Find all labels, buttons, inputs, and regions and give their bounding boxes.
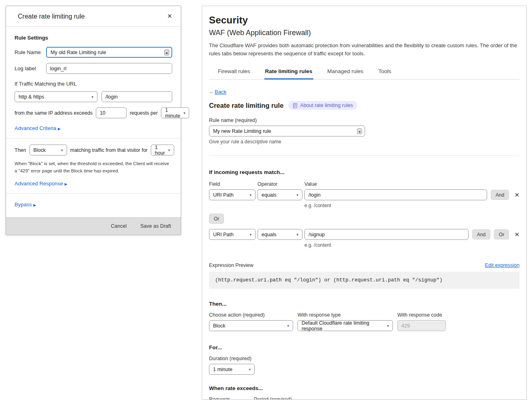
operator-select[interactable]: equals ▾ (258, 229, 302, 240)
expand-icon: ▶ (65, 182, 68, 186)
value-input-wrap (304, 189, 487, 200)
dialog-footer: Cancel Save as Draft (6, 217, 181, 235)
page-subtitle: WAF (Web Application Firewall) (209, 29, 519, 37)
exceeds-text: from the same IP address exceeds (15, 110, 93, 116)
chevron-down-icon: ▾ (249, 193, 251, 197)
block-note: When "Block" is set, when the threshold … (15, 160, 172, 175)
tab-managed-rules[interactable]: Managed rules (327, 66, 364, 79)
expression-code: (http.request.uri.path eq "/login") or (… (209, 272, 519, 289)
response-code-column: With response code (397, 312, 446, 331)
rule-name-input-wrap (209, 126, 365, 136)
about-rate-limiting-badge[interactable]: About rate limiting rules (288, 101, 357, 110)
then-text: Then (15, 147, 26, 153)
period-select[interactable]: 1 minute ▾ (161, 107, 189, 118)
divider (6, 193, 181, 194)
action-select[interactable]: Block ▾ (209, 320, 293, 331)
and-button[interactable]: And (491, 190, 509, 200)
duration-label: Duration (required) (209, 356, 519, 361)
value-input-wrap (304, 229, 469, 240)
period-label: Period (required) (254, 397, 298, 400)
matching-text: matching traffic from that visitor for (70, 147, 148, 153)
chevron-down-icon: ▾ (168, 148, 170, 152)
field-select[interactable]: URI Path ▾ (209, 189, 255, 200)
threshold-row: from the same IP address exceeds request… (15, 107, 172, 118)
and-button[interactable]: And (472, 229, 490, 239)
rule-name-label: Rule name (required) (209, 118, 519, 123)
operator-select[interactable]: equals ▾ (258, 189, 302, 200)
match-heading: If incoming requests match... (209, 169, 519, 175)
response-code-input (397, 320, 446, 331)
rule-name-input[interactable] (46, 47, 172, 58)
expand-icon: ▶ (58, 127, 61, 131)
duration-select[interactable]: 1 minute ▾ (209, 364, 255, 375)
chevron-down-icon: ▾ (387, 324, 389, 328)
or-row: Or (209, 214, 519, 224)
advanced-response-link[interactable]: Advanced Response ▶ (15, 180, 68, 187)
back-row: ←Back (209, 89, 519, 95)
document-icon (293, 103, 298, 108)
field-select[interactable]: URI Path ▾ (209, 229, 255, 240)
cancel-button[interactable]: Cancel (111, 223, 127, 229)
requests-per-text: requests per (130, 110, 158, 116)
or-button[interactable]: Or (209, 214, 224, 224)
remove-condition-icon[interactable]: ✕ (514, 231, 519, 237)
condition-row: URI Path ▾ equals ▾ And Or ✕ (209, 229, 519, 240)
create-heading-row: Create rate limiting rule About rate lim… (209, 101, 519, 110)
value-hint: e.g. /content (304, 203, 519, 208)
tab-firewall-rules[interactable]: Firewall rules (217, 66, 251, 79)
condition-row: URI Path ▾ equals ▾ And ✕ (209, 189, 519, 200)
waf-security-panel: Security WAF (Web Application Firewall) … (202, 6, 527, 400)
divider (6, 138, 181, 138)
edit-expression-link[interactable]: Edit expression (485, 262, 519, 268)
log-label-row: Log label (15, 63, 172, 74)
divider (209, 155, 519, 156)
for-section: For... Duration (required) 1 minute ▾ (209, 344, 519, 375)
page-description: The Cloudflare WAF provides both automat… (209, 42, 519, 57)
action-select[interactable]: Block ▾ (30, 145, 67, 155)
dialog-body: Rule Settings Rule Name Log label If Tra… (6, 27, 181, 214)
chevron-down-icon: ▾ (61, 148, 63, 152)
page-title: Security (209, 15, 519, 26)
rate-heading: When rate exceeds... (209, 385, 519, 391)
response-code-label: With response code (397, 312, 446, 318)
rule-name-row: Rule Name (15, 47, 172, 58)
tab-tools[interactable]: Tools (378, 66, 392, 79)
log-label-label: Log label (15, 65, 42, 71)
rule-settings-heading: Rule Settings (15, 35, 172, 41)
save-as-draft-button[interactable]: Save as Draft (140, 223, 171, 229)
log-label-input[interactable] (46, 63, 172, 74)
match-section: If incoming requests match... Field Oper… (209, 169, 519, 248)
scheme-select[interactable]: http & https ▾ (15, 91, 97, 102)
rate-section: When rate exceeds... Requests (required)… (209, 385, 519, 400)
requests-column: Requests (required) (209, 397, 251, 400)
url-input[interactable] (101, 91, 172, 102)
expression-header: Expression Preview Edit expression (209, 262, 519, 268)
block-duration-select[interactable]: 1 hour ▾ (151, 145, 174, 155)
tab-rate-limiting-rules[interactable]: Rate limiting rules (264, 66, 313, 80)
response-type-select[interactable]: Default Cloudflare rate limiting respons… (298, 320, 393, 331)
rule-name-input[interactable] (209, 126, 365, 136)
rate-columns: Requests (required) Period (required) 1 … (209, 397, 519, 400)
or-button[interactable]: Or (494, 229, 509, 239)
response-type-column: With response type Default Cloudflare ra… (298, 312, 393, 331)
waf-tabs: Firewall rules Rate limiting rules Manag… (209, 66, 519, 80)
then-columns: Choose action (required) Block ▾ With re… (209, 312, 519, 331)
traffic-match-row: http & https ▾ (15, 91, 172, 102)
chevron-down-icon: ▾ (296, 233, 298, 237)
chevron-down-icon: ▾ (249, 367, 251, 371)
input-extension-icon (357, 128, 362, 134)
requests-input[interactable] (96, 107, 127, 118)
value-hint: e.g. /content (304, 242, 519, 248)
remove-condition-icon[interactable]: ✕ (514, 192, 519, 198)
close-icon[interactable]: ✕ (167, 13, 172, 19)
rule-name-block: Rule name (required) Give your rule a de… (209, 118, 519, 145)
chevron-down-icon: ▾ (184, 111, 186, 115)
dialog-title: Create rate limiting rule (15, 13, 84, 20)
chevron-down-icon: ▾ (91, 95, 93, 99)
bypass-link[interactable]: Bypass ▶ (15, 201, 36, 208)
value-input[interactable] (304, 189, 487, 200)
value-input[interactable] (304, 229, 469, 240)
action-column: Choose action (required) Block ▾ (209, 312, 293, 331)
back-link[interactable]: ←Back (209, 89, 226, 95)
advanced-criteria-link[interactable]: Advanced Criteria ▶ (15, 125, 61, 131)
